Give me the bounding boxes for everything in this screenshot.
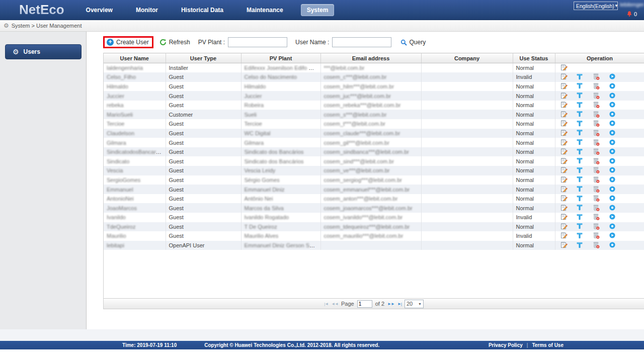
delete-icon[interactable] — [593, 92, 600, 100]
table-row[interactable]: JuccierGuestJucciercosem_juc***@lebit.co… — [104, 91, 644, 101]
delete-icon[interactable] — [593, 82, 600, 90]
edit-icon[interactable] — [560, 157, 568, 165]
edit-icon[interactable] — [560, 195, 568, 203]
pushpin-icon[interactable] — [577, 204, 584, 212]
disable-icon[interactable] — [609, 139, 616, 147]
table-row[interactable]: MarioSueliCustomerSuelicosem_s***@lebit.… — [104, 110, 644, 119]
enable-icon[interactable] — [609, 73, 616, 81]
edit-icon[interactable] — [560, 176, 568, 184]
disable-icon[interactable] — [609, 166, 616, 174]
disable-icon[interactable] — [609, 111, 616, 119]
pushpin-icon[interactable] — [577, 148, 584, 156]
pushpin-icon[interactable] — [577, 157, 584, 165]
table-row[interactable]: MaurilioGuestMaurilio Alvescosem_maurili… — [104, 231, 644, 241]
delete-icon[interactable] — [593, 157, 600, 165]
pushpin-icon[interactable] — [577, 176, 584, 184]
pushpin-icon[interactable] — [577, 139, 584, 146]
edit-icon[interactable] — [560, 82, 568, 90]
column-header-user-type[interactable]: User Type — [166, 53, 241, 63]
create-user-button[interactable]: + Create User — [103, 36, 153, 48]
page-size-select[interactable]: 20 ▼ — [405, 300, 424, 308]
privacy-policy-link[interactable]: Privacy Policy — [489, 342, 523, 348]
edit-icon[interactable] — [560, 232, 568, 240]
edit-icon[interactable] — [560, 92, 568, 100]
delete-icon[interactable] — [593, 186, 600, 194]
delete-icon[interactable] — [593, 213, 600, 221]
nav-item-monitor[interactable]: Monitor — [124, 4, 170, 17]
pushpin-icon[interactable] — [577, 129, 584, 137]
logged-in-username[interactable]: lebitengenharia — [620, 2, 644, 9]
disable-icon[interactable] — [609, 186, 616, 194]
delete-icon[interactable] — [593, 232, 600, 240]
language-select[interactable]: English(English) ▼ — [574, 2, 618, 10]
delete-icon[interactable] — [593, 195, 600, 203]
delete-icon[interactable] — [593, 129, 600, 137]
table-row[interactable]: IvanildoGuestIvanildo Rogatadocosem_ivan… — [104, 213, 644, 222]
table-row[interactable]: EmmanuelGuestEmmanuel Dinizcosem_emmanue… — [104, 185, 644, 194]
edit-icon[interactable] — [560, 73, 568, 81]
edit-icon[interactable] — [560, 148, 568, 156]
column-header-user-name[interactable]: User Name — [104, 53, 166, 63]
table-row[interactable]: TercioeGuestTercioecosem_t***@lebit.com.… — [104, 119, 644, 129]
pushpin-icon[interactable] — [577, 214, 584, 221]
table-row[interactable]: lebitapiOpenAPI UserEmmanuel Diniz Gerso… — [104, 241, 644, 250]
disable-icon[interactable] — [609, 148, 616, 156]
disable-icon[interactable] — [609, 204, 616, 212]
column-header-email[interactable]: Email address — [320, 53, 421, 63]
edit-icon[interactable] — [560, 213, 568, 221]
pushpin-icon[interactable] — [577, 167, 584, 174]
table-row[interactable]: rebekaGuestRobeiracosem_rebeka***@lebit.… — [104, 101, 644, 110]
enable-icon[interactable] — [609, 213, 616, 221]
next-page-icon[interactable]: ►► — [387, 302, 394, 306]
delete-icon[interactable] — [593, 148, 600, 156]
sidebar-item-users[interactable]: ⚙ Users — [5, 44, 82, 59]
table-row[interactable]: SergioGomesGuestSérgio Gomescosem_sergio… — [104, 175, 644, 185]
delete-icon[interactable] — [593, 73, 600, 81]
table-row[interactable]: laldengenhariaInstallerEdifexxx Josenils… — [104, 63, 644, 73]
edit-icon[interactable] — [560, 129, 568, 137]
table-row[interactable]: TdeQueirozGuestT De Queirozcosem_tdequei… — [104, 222, 644, 232]
pushpin-icon[interactable] — [577, 102, 584, 109]
table-row[interactable]: Celso_FilhoGuestCelso do Nascimentocosem… — [104, 72, 644, 82]
last-page-icon[interactable]: ►| — [397, 302, 401, 306]
delete-icon[interactable] — [593, 139, 600, 147]
disable-icon[interactable] — [609, 223, 616, 231]
pushpin-icon[interactable] — [577, 92, 584, 100]
disable-icon[interactable] — [609, 82, 616, 90]
table-row[interactable]: SindicatoGuestSindicato dos Bancárioscos… — [104, 156, 644, 166]
refresh-button[interactable]: Refresh — [159, 39, 190, 46]
edit-icon[interactable] — [560, 223, 568, 231]
disable-icon[interactable] — [609, 195, 616, 203]
edit-icon[interactable] — [560, 166, 568, 174]
edit-icon[interactable] — [560, 186, 568, 194]
delete-icon[interactable] — [593, 166, 600, 174]
edit-icon[interactable] — [560, 111, 568, 119]
alarm-indicator[interactable]: 0 — [627, 11, 637, 17]
edit-icon[interactable] — [560, 241, 568, 249]
disable-icon[interactable] — [609, 120, 616, 128]
table-row[interactable]: HilmaldoGuestHilmaldocosem_hilm***@lebit… — [104, 82, 644, 92]
disable-icon[interactable] — [609, 241, 616, 249]
user-name-input[interactable] — [332, 37, 391, 47]
disable-icon[interactable] — [609, 176, 616, 184]
disable-icon[interactable] — [609, 101, 616, 109]
disable-icon[interactable] — [609, 157, 616, 165]
pushpin-icon[interactable] — [577, 73, 584, 81]
column-header-company[interactable]: Company — [421, 53, 513, 63]
delete-icon[interactable] — [593, 223, 600, 231]
first-page-icon[interactable]: |◄ — [324, 302, 328, 306]
edit-icon[interactable] — [560, 120, 568, 128]
query-button[interactable]: Query — [400, 39, 426, 46]
pushpin-icon[interactable] — [577, 242, 584, 249]
table-row[interactable]: AntonioNeiGuestAntônio Neicosem_anton***… — [104, 194, 644, 204]
nav-item-overview[interactable]: Overview — [74, 4, 124, 17]
enable-icon[interactable] — [609, 232, 616, 240]
edit-icon[interactable] — [560, 101, 568, 109]
nav-item-system[interactable]: System — [301, 4, 335, 16]
nav-item-historical-data[interactable]: Historical Data — [170, 4, 235, 17]
table-row[interactable]: GilmaraGuestGilmaracosem_gil***@lebit.co… — [104, 138, 644, 147]
pushpin-icon[interactable] — [577, 111, 584, 118]
delete-icon[interactable] — [593, 120, 600, 128]
pushpin-icon[interactable] — [577, 195, 584, 203]
previous-page-icon[interactable]: ◄◄ — [331, 302, 338, 306]
